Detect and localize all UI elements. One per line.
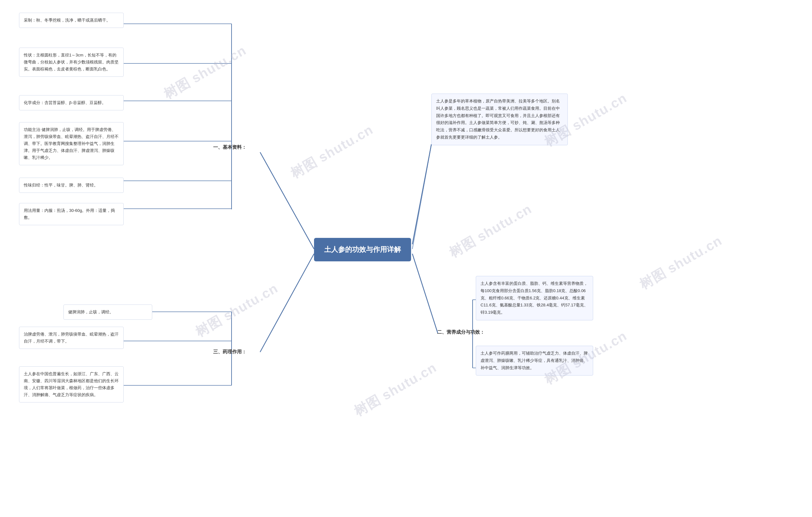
content-gongneng-text: 功能主治 健脾润肺，止咳，调经。用于脾虚劳倦、泄泻，肺劳咳痰带血、眩晕潮热、盗汗… — [24, 127, 119, 160]
branch-label-yaoli: 三、药理作用： — [213, 349, 246, 355]
watermark-5: 树图 shutu.cn — [351, 359, 440, 421]
content-jianpi-text: 健脾润肺，止咳，调经。 — [68, 310, 114, 314]
content-xingwei-text: 性味归经：性平，味甘。脾、肺、肾经。 — [24, 183, 98, 188]
content-intro: 土人参是多年的草本植物，原产自热带美洲、拉美等多个地区。别名叫人参菜，顾名思义也… — [431, 93, 568, 145]
watermark-3: 树图 shutu.cn — [446, 200, 535, 262]
content-zhipi-text: 治脾虚劳倦、泄泻，肺劳咳痰带血、眩晕潮热，盗汗自汗，月经不调，带下。 — [24, 332, 119, 344]
svg-line-17 — [412, 254, 438, 333]
content-caizhi-text: 采制：秋、冬季挖根，洗净，晒干或蒸后晒干。 — [24, 18, 110, 23]
content-jianpi: 健脾润肺，止咳，调经。 — [63, 305, 152, 320]
svg-line-11 — [260, 254, 314, 352]
content-zhipi: 治脾虚劳倦、泄泻，肺劳咳痰带血、眩晕潮热，盗汗自汗，月经不调，带下。 — [19, 327, 124, 349]
mindmap-container: 树图 shutu.cn 树图 shutu.cn 树图 shutu.cn 树图 s… — [0, 0, 812, 517]
content-intro-text: 土人参是多年的草本植物，原产自热带美洲、拉美等多个地区。别名叫人参菜，顾名思义也… — [436, 98, 560, 140]
svg-line-16 — [412, 144, 431, 244]
content-huaxue-text: 化学成分：含芸苔甾醇、β-谷甾醇、豆甾醇。 — [24, 100, 106, 105]
watermark-4: 树图 shutu.cn — [192, 280, 281, 341]
central-node: 土人参的功效与作用详解 — [314, 238, 411, 261]
watermark-1: 树图 shutu.cn — [161, 41, 250, 104]
content-shengzhang-text: 土人参在中国也普遍生长，如浙江、广东、广西、云南、安徽、四川等湿润大森林地区都是… — [24, 371, 119, 397]
content-yygongneng: 土人参可作药膳两用，可辅助治疗气虚乏力、体虚自汗、脾虚泄泻、肺燥咳嗽、乳汁稀少等… — [476, 346, 593, 376]
content-xingzhuang-text: 性状：主根圆柱形，直径1～3cm，长短不等，有的微弯曲，分枝如人参状，并有少数须… — [24, 53, 119, 71]
branch-label-jiben: 一、基本资料： — [213, 144, 246, 150]
content-yongfa: 用法用量：内服：煎汤，30-60g。外用：适量，捣敷。 — [19, 203, 124, 225]
content-yyzucheng-text: 土人参含有丰富的蛋白质、脂肪、钙、维生素等营养物质，每100克食用部分含蛋白质1… — [481, 281, 588, 315]
svg-line-0 — [412, 144, 431, 249]
watermark-2: 树图 shutu.cn — [287, 121, 377, 183]
content-xingzhuang: 性状：主根圆柱形，直径1～3cm，长短不等，有的微弯曲，分枝如人参状，并有少数须… — [19, 48, 124, 77]
content-xingwei: 性味归经：性平，味甘。脾、肺、肾经。 — [19, 178, 124, 193]
content-yyzucheng: 土人参含有丰富的蛋白质、脂肪、钙、维生素等营养物质，每100克食用部分含蛋白质1… — [476, 276, 593, 320]
content-shengzhang: 土人参在中国也普遍生长，如浙江、广东、广西、云南、安徽、四川等湿润大森林地区都是… — [19, 366, 124, 402]
content-huaxue: 化学成分：含芸苔甾醇、β-谷甾醇、豆甾醇。 — [19, 95, 124, 110]
branch-label-yingyang: 二、营养成分与功效： — [437, 329, 485, 335]
svg-line-2 — [260, 152, 314, 249]
svg-line-1 — [412, 144, 431, 249]
watermark-7: 树图 shutu.cn — [636, 232, 725, 294]
content-yygongneng-text: 土人参可作药膳两用，可辅助治疗气虚乏力、体虚自汗、脾虚泄泻、肺燥咳嗽、乳汁稀少等… — [481, 351, 588, 370]
content-yongfa-text: 用法用量：内服：煎汤，30-60g。外用：适量，捣敷。 — [24, 208, 115, 220]
content-caizhi: 采制：秋、冬季挖根，洗净，晒干或蒸后晒干。 — [19, 13, 124, 28]
content-gongneng: 功能主治 健脾润肺，止咳，调经。用于脾虚劳倦、泄泻，肺劳咳痰带血、眩晕潮热、盗汗… — [19, 122, 124, 165]
